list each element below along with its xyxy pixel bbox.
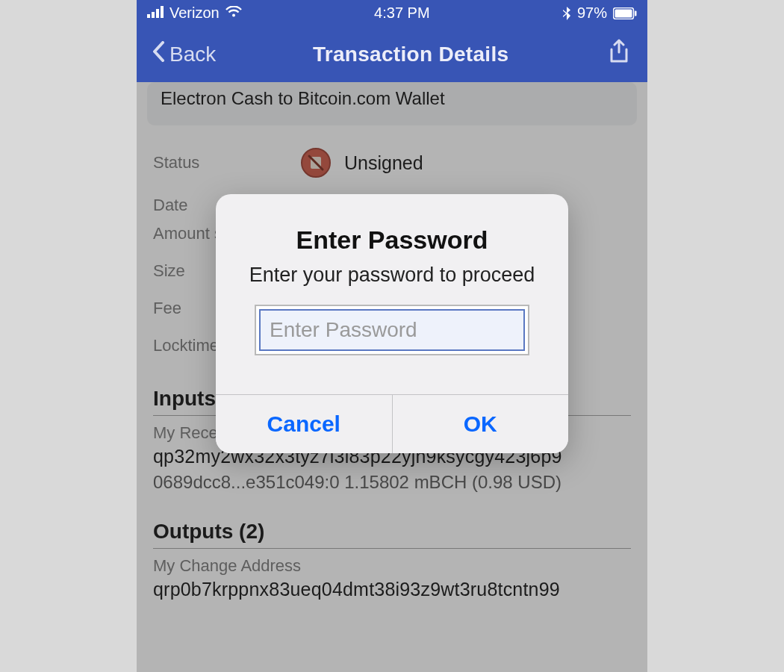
bluetooth-icon: [562, 7, 571, 20]
back-button[interactable]: Back: [152, 41, 216, 67]
back-label: Back: [169, 43, 216, 66]
chevron-left-icon: [152, 41, 165, 67]
status-bar: Verizon 4:37 PM 97%: [137, 0, 647, 26]
svg-rect-6: [615, 9, 632, 17]
carrier-label: Verizon: [169, 4, 220, 22]
alert-title: Enter Password: [237, 225, 547, 255]
svg-rect-2: [156, 9, 159, 18]
phone-screen: Verizon 4:37 PM 97% Back Transaction Det…: [137, 0, 647, 672]
alert-message: Enter your password to proceed: [237, 262, 547, 288]
password-input[interactable]: [259, 309, 525, 351]
battery-icon: [613, 7, 637, 19]
svg-rect-3: [161, 6, 164, 18]
page-title: Transaction Details: [216, 43, 606, 66]
svg-rect-0: [147, 14, 150, 18]
alert-input-wrap: [255, 305, 529, 355]
password-alert: Enter Password Enter your password to pr…: [216, 194, 568, 453]
share-icon: [608, 39, 630, 69]
battery-percent: 97%: [577, 4, 607, 22]
signal-icon: [147, 4, 164, 22]
wifi-icon: [225, 4, 242, 22]
ok-button[interactable]: OK: [392, 395, 569, 453]
svg-point-4: [232, 14, 235, 17]
clock-label: 4:37 PM: [374, 4, 429, 22]
nav-bar: Back Transaction Details: [137, 26, 647, 82]
share-button[interactable]: [606, 41, 632, 68]
svg-rect-7: [635, 10, 637, 16]
svg-rect-1: [152, 12, 155, 18]
cancel-button[interactable]: Cancel: [216, 395, 392, 453]
